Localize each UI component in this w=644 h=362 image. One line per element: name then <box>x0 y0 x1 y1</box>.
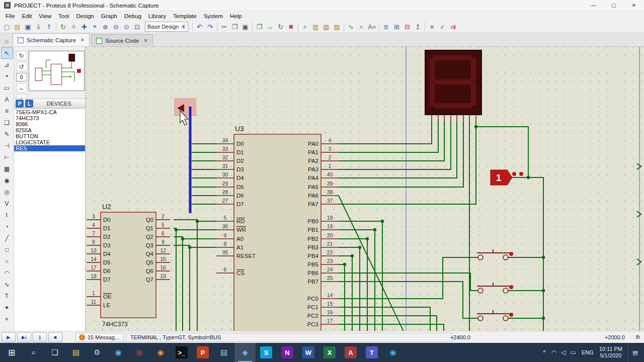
redo-icon[interactable]: ↷ <box>205 22 215 32</box>
minimize-button[interactable]: — <box>584 0 604 11</box>
device-item-8255a[interactable]: 8255A <box>14 127 85 133</box>
export-section-icon[interactable]: ⇑ <box>44 22 54 32</box>
close-button[interactable]: ✕ <box>624 0 644 11</box>
false-origin-icon[interactable]: ✚ <box>79 22 90 32</box>
current-probe-mode-icon[interactable]: I <box>1 209 13 221</box>
save-design-icon[interactable]: ▣ <box>23 22 33 32</box>
taskbar-powerpoint-icon[interactable]: P <box>192 343 213 362</box>
new-root-sheet-icon[interactable]: ⊞ <box>391 22 402 32</box>
taskbar-word-icon[interactable]: W <box>298 343 319 362</box>
design-explorer-icon[interactable]: ≣ <box>381 22 391 32</box>
block-move-icon[interactable]: ↔ <box>265 22 275 32</box>
library-manager-button[interactable]: L <box>25 100 33 108</box>
message-panel[interactable]: i 15 Messag... <box>75 333 124 342</box>
menu-tool[interactable]: Tool <box>55 12 72 20</box>
play-button[interactable]: ▶ <box>2 332 16 342</box>
tape-recorder-mode-icon[interactable]: ◉ <box>1 174 13 186</box>
junction-dot-mode-icon[interactable]: • <box>1 70 13 82</box>
menu-system[interactable]: System <box>200 12 226 20</box>
open-design-icon[interactable]: ▤ <box>12 22 23 32</box>
taskbar-chrome-icon[interactable]: ◉ <box>108 343 129 362</box>
generator-mode-icon[interactable]: ◎ <box>1 186 13 198</box>
chip-U3[interactable]: U334D033D132D231D330D429D528D627D75RD36W… <box>216 125 339 331</box>
paste-icon[interactable]: ▣ <box>240 22 251 32</box>
2d-text-mode-icon[interactable]: T <box>1 290 13 302</box>
2d-box-mode-icon[interactable]: □ <box>1 244 13 255</box>
seven-segment-display[interactable] <box>425 50 481 121</box>
menu-template[interactable]: Template <box>170 12 200 20</box>
zoom-area-icon[interactable]: ⊡ <box>132 22 142 32</box>
taskbar-onenote-icon[interactable]: N <box>277 343 298 362</box>
buses-mode-icon[interactable]: ≡ <box>1 105 13 117</box>
2d-symbol-mode-icon[interactable]: ✦ <box>1 302 13 313</box>
editing-window[interactable]: U334D033D132D231D330D429D528D627D75RD36W… <box>86 47 644 331</box>
menu-design[interactable]: Design <box>72 12 98 20</box>
push-button-2[interactable] <box>477 283 513 293</box>
device-item-8086[interactable]: 8086 <box>14 121 85 127</box>
menu-debug[interactable]: Debug <box>121 12 145 20</box>
toggle-grid-icon[interactable]: ⌗ <box>68 22 79 32</box>
pick-devices-button[interactable]: P <box>16 100 24 108</box>
schematic-canvas[interactable]: U334D033D132D231D330D429D528D627D75RD36W… <box>86 47 644 331</box>
taskbar-proteus-isis-icon[interactable]: ◎ <box>129 343 150 362</box>
device-item-7seg-mpx1-ca[interactable]: 7SEG-MPX1-CA <box>14 109 85 115</box>
tab-schematic-capture[interactable]: Schematic Capture ✕ <box>13 33 90 46</box>
wire-label-mode-icon[interactable]: ▭ <box>1 82 13 94</box>
rotation-angle-input[interactable] <box>16 73 27 81</box>
remove-sheet-icon[interactable]: ⊟ <box>402 22 413 32</box>
design-selector-dropdown[interactable]: Base Design <box>145 22 188 32</box>
stop-button[interactable]: ■ <box>48 332 62 342</box>
wire-autorouter-icon[interactable]: ∿ <box>346 22 356 32</box>
exit-to-parent-icon[interactable]: ↥ <box>413 22 423 32</box>
zoom-in-icon[interactable]: ⊕ <box>100 22 111 32</box>
pick-parts-icon[interactable]: ⌕ <box>300 22 310 32</box>
notification-center-icon[interactable]: ▤ <box>628 343 642 362</box>
packaging-tool-icon[interactable]: ▧ <box>321 22 332 32</box>
netlist-compiler-icon[interactable]: ⇉ <box>448 22 458 32</box>
tab-close-icon[interactable]: ✕ <box>80 37 85 43</box>
taskbar-access-icon[interactable]: A <box>340 343 361 362</box>
electrical-rule-check-icon[interactable]: ✓ <box>437 22 448 32</box>
chip-U2[interactable]: U274HC3733D04D17D28D313D414D517D618D71OE… <box>87 203 170 328</box>
menu-edit[interactable]: Edit <box>19 12 36 20</box>
menu-library[interactable]: Library <box>145 12 170 20</box>
rotate-clockwise-icon[interactable]: ↻ <box>16 51 27 60</box>
block-delete-icon[interactable]: ✖ <box>286 22 296 32</box>
cut-icon[interactable]: ✂ <box>219 22 229 32</box>
taskbar-edge-icon[interactable]: ◉ <box>382 343 404 362</box>
pause-button[interactable]: ∥ <box>33 332 47 342</box>
device-item-74hc373[interactable]: 74HC373 <box>14 115 85 121</box>
x-mirror-icon[interactable]: ↔ <box>16 83 27 93</box>
menu-help[interactable]: Help <box>226 12 246 20</box>
zoom-all-icon[interactable]: ⊙ <box>121 22 132 32</box>
voltage-probe-mode-icon[interactable]: V <box>1 198 13 209</box>
taskbar-task-view-icon[interactable]: ❏ <box>44 343 65 362</box>
taskbar-proteus-8-icon[interactable]: ◈ <box>234 343 256 362</box>
volume-icon[interactable]: ◁ <box>561 349 566 356</box>
start-button[interactable]: ⊞ <box>0 343 23 362</box>
device-pins-mode-icon[interactable]: ⊢ <box>1 151 13 163</box>
2d-path-mode-icon[interactable]: ∿ <box>1 279 13 290</box>
copy-icon[interactable]: ❐ <box>229 22 240 32</box>
taskbar-excel-icon[interactable]: X <box>319 343 340 362</box>
block-copy-icon[interactable]: ❐ <box>254 22 265 32</box>
import-section-icon[interactable]: ⇓ <box>33 22 44 32</box>
taskbar-firefox-icon[interactable]: ◉ <box>150 343 171 362</box>
rotate-anticlockwise-icon[interactable]: ↺ <box>16 62 27 71</box>
taskbar-pdf-document-icon[interactable]: ▤ <box>213 343 234 362</box>
center-at-cursor-icon[interactable]: ⌖ <box>90 22 100 32</box>
taskbar-settings-icon[interactable]: ⚙ <box>87 343 108 362</box>
taskbar-file-explorer-icon[interactable]: ▤ <box>65 343 87 362</box>
decompose-icon[interactable]: ▨ <box>332 22 342 32</box>
search-and-tag-icon[interactable]: ⌕ <box>356 22 367 32</box>
device-item-logicstate[interactable]: LOGICSTATE <box>14 139 85 145</box>
device-item-button[interactable]: BUTTON <box>14 133 85 139</box>
component-mode-icon[interactable]: ⊿ <box>1 59 13 70</box>
menu-view[interactable]: View <box>35 12 55 20</box>
push-button-1[interactable] <box>477 249 513 260</box>
intersheet-terminal-mode-icon[interactable]: ⊣ <box>1 140 13 151</box>
bill-of-materials-icon[interactable]: ≡ <box>427 22 437 32</box>
taskbar-search-icon[interactable]: ⌕ <box>23 343 44 362</box>
taskbar-teams-icon[interactable]: T <box>361 343 382 362</box>
2d-circle-mode-icon[interactable]: ○ <box>1 255 13 267</box>
